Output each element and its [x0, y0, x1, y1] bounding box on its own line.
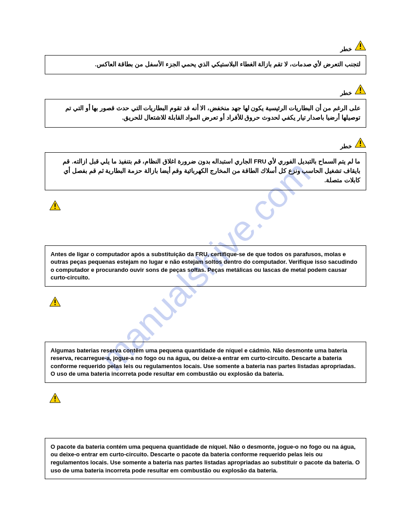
svg-rect-1	[360, 48, 361, 49]
danger-header-1: خطر	[45, 40, 366, 52]
svg-rect-4	[360, 141, 361, 144]
warning-text-6: O pacote da bateria contém uma pequena q…	[51, 443, 360, 474]
warning-icon	[49, 200, 61, 210]
warning-icon	[49, 393, 61, 403]
danger-header-2: خطر	[45, 84, 366, 96]
warning-box-2: على الرغم من أن البطاريات الرئيسية يكون …	[45, 99, 366, 128]
svg-rect-6	[55, 203, 56, 207]
page-content: خطر لتجنب التعرض لأي صدمات، لا تقم بازال…	[45, 40, 366, 479]
svg-rect-8	[55, 300, 56, 303]
danger-header-3: خطر	[45, 137, 366, 150]
svg-rect-0	[360, 43, 361, 47]
warning-text-2: على الرغم من أن البطاريات الرئيسية يكون …	[65, 105, 360, 121]
svg-rect-3	[360, 92, 361, 93]
warning-box-6: O pacote da bateria contém uma pequena q…	[45, 438, 366, 479]
danger-label-1: خطر	[340, 46, 352, 52]
danger-label-2: خطر	[340, 90, 352, 96]
warning-box-4: Antes de ligar o computador após a subst…	[45, 245, 366, 287]
warning-icon	[355, 137, 366, 148]
warning-text-4: Antes de ligar o computador após a subst…	[51, 251, 357, 281]
warning-box-5: Algumas baterias reserva contêm uma pequ…	[45, 342, 366, 383]
svg-rect-7	[55, 208, 56, 209]
warning-text-3: ما لم يتم السماح بالتبديل الفوري لأي FRU…	[63, 158, 360, 184]
warning-box-1: لتجنب التعرض لأي صدمات، لا تقم بازالة ال…	[45, 55, 366, 74]
danger-label-3: خطر	[340, 143, 352, 150]
svg-rect-5	[360, 145, 361, 146]
svg-rect-9	[55, 304, 56, 305]
svg-rect-2	[360, 87, 361, 91]
warning-icon	[49, 296, 61, 307]
warning-icon-only-2	[49, 296, 366, 310]
svg-rect-11	[55, 400, 56, 401]
warning-icon-only-3	[49, 393, 366, 407]
svg-rect-10	[55, 396, 56, 399]
warning-icon-only-1	[49, 200, 366, 214]
warning-box-3: ما لم يتم السماح بالتبديل الفوري لأي FRU…	[45, 152, 366, 190]
warning-text-5: Algumas baterias reserva contêm uma pequ…	[51, 347, 355, 378]
warning-icon	[355, 40, 366, 51]
warning-icon	[355, 84, 366, 94]
warning-text-1: لتجنب التعرض لأي صدمات، لا تقم بازالة ال…	[95, 61, 360, 68]
